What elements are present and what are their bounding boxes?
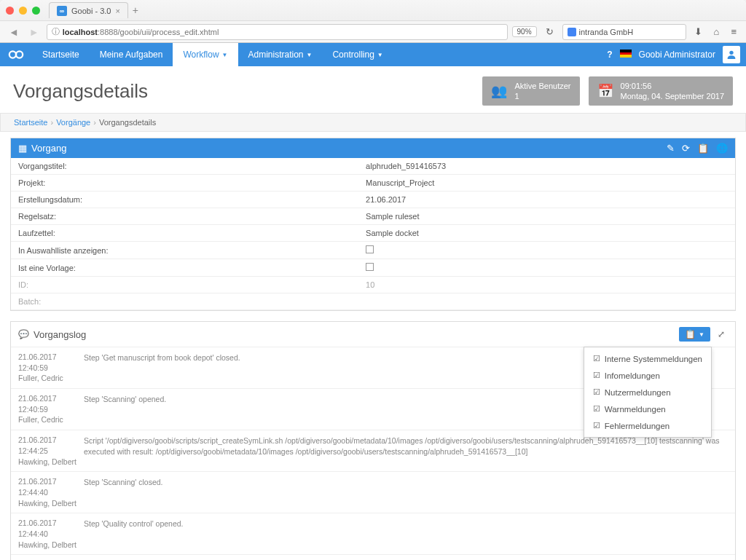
property-label: Laufzettel: (11, 225, 358, 242)
close-window-icon[interactable] (6, 7, 14, 15)
search-engine-icon (568, 28, 576, 36)
log-meta: 21.06.201712:44:25Hawking, Delbert (18, 435, 84, 467)
nav-item-meine-aufgaben[interactable]: Meine Aufgaben (90, 43, 173, 66)
tab-title: Goobi - 3.0 (71, 7, 111, 15)
copy-icon[interactable]: 📋 (697, 143, 709, 154)
table-row: Laufzettel:Sample docket (11, 225, 735, 242)
breadcrumb-separator: › (93, 118, 96, 127)
table-icon: ▦ (18, 143, 27, 154)
check-icon: ☑ (593, 421, 600, 430)
log-row: 21.06.201712:48:16Readdie, MossScript '/… (11, 555, 735, 560)
dropdown-item[interactable]: ☑Warnmeldungen (584, 401, 711, 417)
breadcrumb-item[interactable]: Vorgänge (56, 118, 90, 127)
property-label: Regelsatz: (11, 208, 358, 225)
nav-item-administration[interactable]: Administration▼ (238, 43, 323, 66)
chevron-down-icon: ▼ (307, 52, 313, 58)
browser-tab[interactable]: ∞ Goobi - 3.0 × (49, 2, 128, 18)
active-users-count: 1 (514, 91, 570, 101)
check-icon: ☑ (593, 387, 600, 397)
table-row: Ist eine Vorlage: (11, 259, 735, 277)
clock-time: 09:01:56 (621, 81, 724, 91)
property-value: 10 (358, 277, 735, 293)
log-row: 21.06.201712:44:40Hawking, DelbertStep '… (11, 513, 735, 555)
active-users-widget: 👥 Aktive Benutzer 1 (482, 76, 579, 106)
expand-icon[interactable]: ⤢ (715, 329, 728, 339)
dropdown-label: Warnmeldungen (605, 405, 666, 414)
checkbox[interactable] (366, 245, 374, 253)
dropdown-label: Fehlermeldungen (605, 422, 670, 430)
property-label: Ist eine Vorlage: (11, 259, 358, 277)
process-panel-title: Vorgang (31, 143, 667, 154)
window-controls (6, 7, 40, 15)
log-panel-title: Vorgangslog (34, 329, 679, 340)
property-value: Sample docket (358, 225, 735, 242)
log-meta: 21.06.201712:44:40Hawking, Delbert (18, 476, 84, 508)
new-tab-button[interactable]: + (133, 4, 138, 16)
property-label: Erstellungsdatum: (11, 192, 358, 208)
clock-widget: 📅 09:01:56 Montag, 04. September 2017 (589, 76, 733, 106)
filter-dropdown-button[interactable]: 📋 ▼ (679, 327, 710, 342)
browser-chrome: ∞ Goobi - 3.0 × + ◄ ► ⓘ localhost:8888/g… (0, 0, 746, 43)
clipboard-icon: 📋 (685, 329, 696, 339)
app-logo[interactable] (0, 43, 32, 66)
table-row: Vorgangstitel:alphrudeh_591416573 (11, 158, 735, 175)
url-path: :8888/goobi/uii/process_edit.xhtml (98, 28, 219, 36)
maximize-window-icon[interactable] (32, 7, 40, 15)
nav-item-controlling[interactable]: Controlling▼ (322, 43, 393, 66)
breadcrumb-item[interactable]: Startseite (14, 118, 47, 127)
nav-item-startseite[interactable]: Startseite (32, 43, 90, 66)
svg-point-0 (9, 51, 16, 58)
dropdown-item[interactable]: ☑Interne Systemmeldungen (584, 350, 711, 367)
nav-item-workflow[interactable]: Workflow▼ (173, 43, 237, 66)
chevron-down-icon: ▼ (377, 52, 383, 58)
users-icon: 👥 (491, 83, 507, 99)
tab-close-icon[interactable]: × (115, 7, 119, 15)
table-row: Projekt:Manuscript_Project (11, 175, 735, 192)
download-icon[interactable]: ⬇ (691, 26, 706, 37)
address-bar: ◄ ► ⓘ localhost:8888/goobi/uii/process_e… (0, 20, 746, 42)
property-label: In Auswahlliste anzeigen: (11, 242, 358, 259)
back-button[interactable]: ◄ (6, 26, 22, 38)
browser-search-input[interactable]: intranda GmbH (562, 24, 686, 40)
zoom-badge[interactable]: 90% (512, 26, 537, 37)
dropdown-item[interactable]: ☑Nutzermeldungen (584, 384, 711, 401)
dropdown-label: Nutzermeldungen (605, 388, 671, 397)
user-avatar-icon[interactable] (723, 46, 740, 63)
forward-button[interactable]: ► (26, 26, 42, 38)
breadcrumb-item: Vorgangsdetails (99, 118, 156, 127)
property-value: Manuscript_Project (358, 175, 735, 192)
globe-icon[interactable]: 🌐 (716, 143, 728, 154)
minimize-window-icon[interactable] (19, 7, 27, 15)
check-icon: ☑ (593, 354, 600, 363)
log-message: Script '/opt/digiverso/goobi/scripts/scr… (84, 435, 728, 467)
chevron-down-icon: ▼ (699, 331, 704, 338)
site-info-icon[interactable]: ⓘ (52, 26, 60, 37)
calendar-icon: 📅 (597, 83, 613, 99)
top-navigation: StartseiteMeine AufgabenWorkflow▼Adminis… (0, 43, 746, 66)
reload-button[interactable]: ↻ (541, 26, 558, 37)
process-panel-header: ▦ Vorgang ✎ ⟳ 📋 🌐 (11, 138, 735, 158)
refresh-icon[interactable]: ⟳ (682, 143, 690, 154)
language-flag-icon[interactable] (620, 50, 632, 60)
svg-point-1 (16, 51, 23, 58)
help-icon[interactable]: ? (607, 50, 612, 60)
search-placeholder: intranda GmbH (579, 28, 634, 36)
user-name[interactable]: Goobi Administrator (639, 50, 715, 60)
breadcrumb: Startseite›Vorgänge›Vorgangsdetails (0, 113, 746, 132)
chevron-down-icon: ▼ (222, 52, 228, 58)
home-icon[interactable]: ⌂ (710, 26, 723, 37)
property-value (358, 242, 735, 259)
dropdown-label: Interne Systemmeldungen (605, 355, 702, 363)
checkbox[interactable] (366, 263, 374, 271)
menu-icon[interactable]: ≡ (727, 26, 740, 37)
property-label: Projekt: (11, 175, 358, 192)
dropdown-item[interactable]: ☑Infomeldungen (584, 367, 711, 384)
dropdown-label: Infomeldungen (605, 371, 660, 380)
nav-right: ? Goobi Administrator (607, 43, 746, 66)
page-header: Vorgangsdetails 👥 Aktive Benutzer 1 📅 09… (0, 66, 746, 113)
log-meta: 21.06.201712:44:40Hawking, Delbert (18, 518, 84, 550)
edit-icon[interactable]: ✎ (667, 143, 675, 154)
dropdown-item[interactable]: ☑Fehlermeldungen (584, 417, 711, 434)
property-label: Vorgangstitel: (11, 158, 358, 175)
url-input[interactable]: ⓘ localhost:8888/goobi/uii/process_edit.… (47, 24, 508, 40)
